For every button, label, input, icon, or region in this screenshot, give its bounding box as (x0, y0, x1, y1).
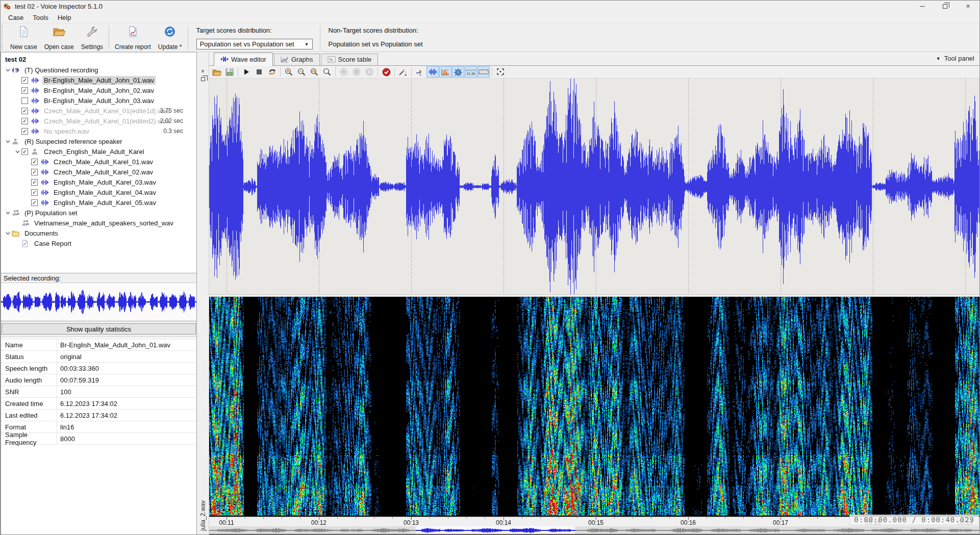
expander-chevron-icon[interactable] (4, 67, 12, 73)
waveform-canvas[interactable] (209, 79, 979, 294)
expander-chevron-icon[interactable] (4, 139, 12, 144)
play-button[interactable] (240, 66, 253, 78)
new-case-button[interactable]: New case (7, 23, 41, 52)
tab-wave-editor[interactable]: Wave editor (214, 53, 273, 66)
overview-scrollbar[interactable] (209, 526, 979, 534)
toggle-waveform-button[interactable] (426, 66, 439, 78)
spectrogram-canvas[interactable] (209, 297, 979, 516)
update-button[interactable]: Update * (155, 23, 186, 52)
close-button[interactable]: × (957, 1, 979, 12)
tree-item[interactable]: ✓English_Male_Adult_Karel_05.wav (1, 197, 196, 208)
expander-chevron-icon[interactable] (14, 149, 21, 155)
tree-item[interactable]: ✓No speech.wav0.3 sec (1, 126, 196, 136)
tree-item-label[interactable]: Documents (23, 229, 60, 238)
tree-item[interactable]: Documents (1, 228, 196, 238)
tree-item-label[interactable]: Br-English_Male_Adult_John_01.wav (42, 76, 156, 85)
tree-item-label[interactable]: Czech_Male_Adult_Karel_02.wav (52, 168, 155, 176)
record-stop-button[interactable] (380, 66, 392, 78)
tree-item-label[interactable]: (T) Questioned recording (23, 66, 100, 74)
tree-item[interactable]: (P) Population set (1, 208, 196, 218)
tree-item-checkbox[interactable]: ✓ (21, 87, 28, 94)
minimize-button[interactable] (911, 1, 934, 12)
tree-item-checkbox[interactable]: ✓ (31, 179, 38, 186)
tree-item-label[interactable]: Case Report (33, 239, 73, 248)
tree-item[interactable]: ✓Czech_Male_Adult_Karel_02.wav (1, 167, 196, 177)
loop-button[interactable] (266, 66, 278, 78)
tree-item[interactable]: ✓Czech_Male_Adult_Karel_01.wav (1, 157, 196, 167)
tree-item[interactable]: ?(T) Questioned recording (1, 65, 196, 75)
tree-item-checkbox[interactable]: ✓ (21, 128, 28, 135)
tree-item-checkbox[interactable]: ✓ (21, 118, 28, 124)
tree-item-checkbox[interactable]: ✓ (31, 169, 38, 175)
selected-recording-preview[interactable] (1, 283, 196, 321)
ruler-time-label: 00:17 (773, 519, 788, 526)
tree-item[interactable]: ✓Czech_Male_Adult_Karel_01(edited2).wav2… (1, 116, 196, 126)
tab-graphs[interactable]: Graphs (274, 54, 320, 65)
zoom-reset-button[interactable] (321, 66, 333, 78)
toggle-energy-button[interactable] (452, 66, 464, 78)
tree-item[interactable]: ✓English_Male_Adult_Karel_03.wav (1, 177, 196, 187)
open-folder-button[interactable] (211, 66, 223, 78)
spectrogram-view[interactable] (209, 297, 979, 517)
dock-float-button[interactable] (199, 75, 207, 83)
tree-item-label[interactable]: (R) Suspected reference speaker (23, 137, 123, 146)
tree-item[interactable]: (R) Suspected reference speaker (1, 136, 196, 146)
toggle-time-ruler-button[interactable]: 01:36 (465, 66, 477, 78)
target-distribution-select[interactable]: Population set vs Population set ▼ (196, 39, 313, 49)
preview-waveform-canvas[interactable] (1, 283, 196, 320)
tree-item-label[interactable]: English_Male_Adult_Karel_03.wav (52, 178, 158, 187)
tree-item-label[interactable]: English_Male_Adult_Karel_05.wav (52, 198, 158, 207)
tree-item[interactable]: ✓English_Male_Adult_Karel_04.wav (1, 187, 196, 197)
show-quality-statistics-button[interactable]: Show quality statistics (2, 323, 196, 335)
cursor-mode-button[interactable] (414, 66, 426, 78)
tree-item-label[interactable]: No speech.wav (42, 127, 91, 136)
tree-item-checkbox[interactable]: ✓ (21, 148, 28, 155)
dock-close-button[interactable]: × (199, 67, 207, 75)
toolbar-grab-handle[interactable] (2, 25, 6, 50)
menu-tools[interactable]: Tools (28, 13, 53, 22)
tree-item[interactable]: Case Report (1, 238, 196, 248)
tree-item-label[interactable]: Vietnamese_male_adult_speakers_sorted_wa… (33, 219, 175, 227)
tree-item-label[interactable]: Czech_Male_Adult_Karel_01(edited2).wav (42, 117, 171, 125)
restore-button[interactable] (934, 1, 957, 12)
magic-wand-button[interactable] (397, 66, 409, 78)
tree-item-label[interactable]: Czech_English_Male_Adult_Karel (42, 147, 146, 156)
overview-waveform-canvas[interactable] (209, 526, 979, 534)
fullscreen-button[interactable] (494, 66, 507, 78)
tree-item-label[interactable]: (P) Population set (23, 209, 79, 217)
zoom-in-button[interactable] (283, 66, 295, 78)
toggle-overview-button[interactable] (478, 66, 490, 78)
tree-item-label[interactable]: Czech_Male_Adult_Karel_01(edite1d).wav (42, 107, 171, 115)
zoom-selection-button[interactable] (308, 66, 320, 78)
tree-item[interactable]: ✓Br-English_Male_Adult_John_01.wav (1, 75, 196, 85)
menu-help[interactable]: Help (53, 13, 76, 22)
stop-button[interactable] (253, 66, 265, 78)
zoom-out-button[interactable] (295, 66, 308, 78)
tree-item-checkbox[interactable]: ✓ (31, 199, 38, 206)
tree-item-label[interactable]: Br-English_Male_Adult_John_02.wav (42, 86, 156, 95)
settings-button[interactable]: Settings (78, 23, 107, 52)
save-button[interactable] (223, 66, 236, 78)
open-case-button[interactable]: Open case (41, 23, 78, 52)
tab-score-table[interactable]: % Score table (321, 54, 379, 65)
expander-chevron-icon[interactable] (4, 231, 12, 236)
tree-item-label[interactable]: Czech_Male_Adult_Karel_01.wav (52, 158, 155, 166)
tree-item-checkbox[interactable]: ✓ (31, 189, 38, 196)
tree-item[interactable]: Br-English_Male_Adult_John_03.wav (1, 95, 196, 106)
tree-item[interactable]: ✓Czech_Male_Adult_Karel_01(edite1d).wav3… (1, 106, 196, 116)
tree-item-checkbox[interactable] (21, 97, 28, 104)
toggle-spectrogram-button[interactable] (439, 66, 451, 78)
menu-case[interactable]: Case (4, 13, 28, 22)
tree-item-label[interactable]: English_Male_Adult_Karel_04.wav (52, 188, 158, 197)
tree-item-label[interactable]: Br-English_Male_Adult_John_03.wav (42, 96, 156, 105)
tree-item-checkbox[interactable]: ✓ (31, 159, 38, 165)
tool-panel-toggle[interactable]: ▼ Tool panel (936, 55, 974, 62)
waveform-view[interactable] (209, 79, 979, 294)
tree-item[interactable]: Vietnamese_male_adult_speakers_sorted_wa… (1, 218, 196, 228)
tree-item-checkbox[interactable]: ✓ (21, 108, 28, 114)
expander-chevron-icon[interactable] (4, 210, 12, 216)
tree-item[interactable]: ✓Br-English_Male_Adult_John_02.wav (1, 85, 196, 95)
tree-item-checkbox[interactable]: ✓ (21, 77, 28, 84)
create-report-button[interactable]: Create report (111, 23, 155, 52)
tree-item[interactable]: ✓Czech_English_Male_Adult_Karel (1, 146, 196, 157)
